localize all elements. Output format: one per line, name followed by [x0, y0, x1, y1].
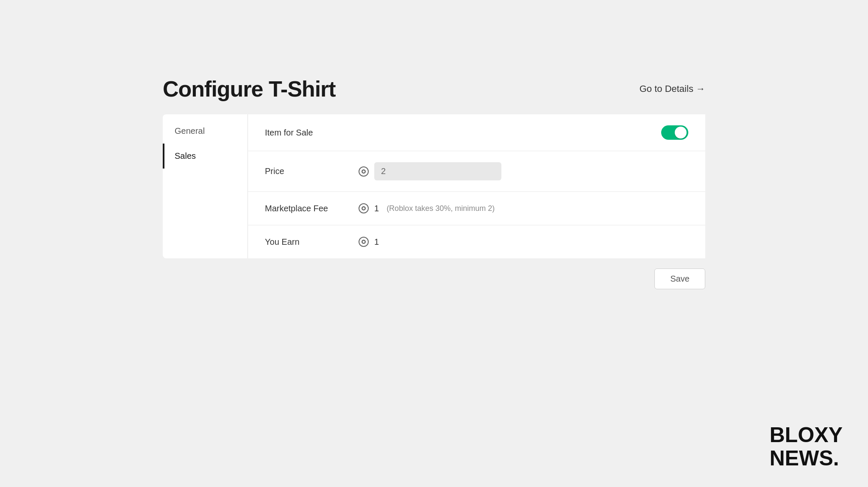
you-earn-label: You Earn	[265, 237, 358, 247]
price-input[interactable]	[374, 162, 501, 180]
marketplace-fee-label: Marketplace Fee	[265, 204, 358, 213]
you-earn-value: 1	[374, 237, 379, 247]
page-title: Configure T-Shirt	[163, 76, 336, 102]
main-panel: Item for Sale Price	[248, 114, 705, 258]
you-earn-robux-icon	[358, 236, 369, 247]
svg-point-2	[363, 170, 365, 172]
you-earn-row: You Earn 1	[248, 225, 705, 258]
marketplace-fee-content: 1 (Roblox takes 30%, minimum 2)	[358, 203, 688, 214]
watermark: BLOXY NEWS.	[770, 423, 843, 470]
watermark-line2: NEWS.	[770, 447, 843, 470]
svg-point-8	[363, 241, 365, 243]
sidebar-item-sales[interactable]: Sales	[163, 144, 248, 169]
item-for-sale-label: Item for Sale	[265, 128, 358, 138]
price-content	[358, 162, 688, 180]
svg-point-5	[363, 208, 365, 210]
page-header: Configure T-Shirt Go to Details →	[163, 76, 705, 102]
sidebar-item-general[interactable]: General	[163, 119, 248, 144]
watermark-logo: BLOXY NEWS.	[770, 423, 843, 470]
marketplace-fee-note: (Roblox takes 30%, minimum 2)	[387, 204, 495, 213]
marketplace-fee-row: Marketplace Fee 1 (Roblox takes 30%, min…	[248, 192, 705, 225]
item-for-sale-row: Item for Sale	[248, 114, 705, 151]
content-area: General Sales Item for Sale Price	[163, 114, 705, 258]
price-label: Price	[265, 166, 358, 176]
marketplace-fee-robux-icon	[358, 203, 369, 214]
save-button[interactable]: Save	[654, 268, 705, 289]
price-robux-icon	[358, 166, 369, 177]
watermark-line1: BLOXY	[770, 423, 843, 447]
you-earn-content: 1	[358, 236, 688, 247]
price-row: Price	[248, 151, 705, 192]
sidebar: General Sales	[163, 114, 248, 258]
go-to-details-link[interactable]: Go to Details →	[640, 83, 705, 94]
item-for-sale-toggle[interactable]	[661, 125, 688, 140]
marketplace-fee-value: 1	[374, 204, 379, 213]
save-button-container: Save	[163, 268, 705, 289]
